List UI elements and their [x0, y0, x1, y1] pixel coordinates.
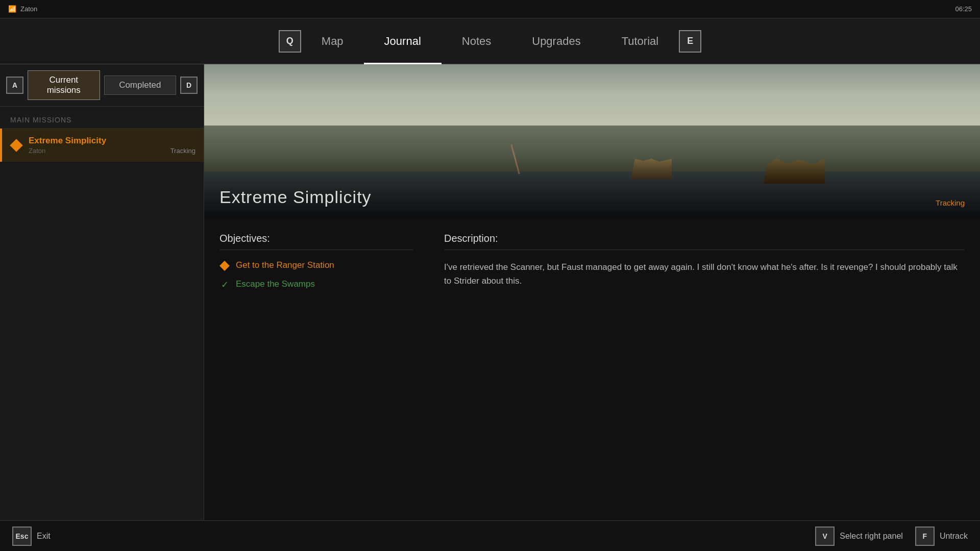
checkmark-icon: ✓ — [221, 279, 229, 290]
objective-done-icon: ✓ — [219, 280, 230, 290]
exit-label: Exit — [37, 532, 51, 541]
banner-tracking-label: Tracking — [936, 198, 965, 207]
untrack-label: Untrack — [940, 532, 968, 541]
description-title: Description: — [444, 233, 965, 250]
sidebar-section-label: Main missions — [0, 107, 204, 129]
mission-icon — [10, 139, 22, 152]
mission-content: Objectives: Get to the Ranger Station ✓ … — [204, 217, 980, 520]
main-layout: A Current missions Completed D Main miss… — [0, 64, 980, 520]
untrack-action[interactable]: F Untrack — [915, 527, 968, 546]
objective-text-1: Get to the Ranger Station — [236, 260, 334, 270]
objective-item-2: ✓ Escape the Swamps — [219, 279, 413, 290]
v-key[interactable]: V — [815, 527, 835, 546]
sidebar-right-key[interactable]: D — [180, 77, 198, 94]
mission-diamond-icon — [10, 139, 22, 152]
nav-item-notes[interactable]: Notes — [442, 18, 511, 64]
mission-item[interactable]: Extreme Simplicity Zaton Tracking — [0, 129, 204, 162]
sidebar-tabs: A Current missions Completed D — [0, 64, 204, 107]
app-name: Zaton — [20, 5, 37, 13]
nav-item-tutorial[interactable]: Tutorial — [601, 18, 679, 64]
system-bar-left: 📶 Zaton — [8, 5, 37, 13]
objective-item-1: Get to the Ranger Station — [219, 260, 413, 271]
banner-mission-title: Extreme Simplicity — [219, 187, 372, 207]
nav-item-journal[interactable]: Journal — [364, 18, 442, 64]
nav-item-upgrades[interactable]: Upgrades — [511, 18, 601, 64]
system-time: 06:25 — [955, 5, 972, 13]
signal-icon: 📶 — [8, 5, 16, 13]
mission-list: Extreme Simplicity Zaton Tracking — [0, 129, 204, 520]
obj-diamond-icon — [219, 261, 230, 271]
sidebar-left-key[interactable]: A — [6, 77, 23, 94]
bottom-right: V Select right panel F Untrack — [815, 527, 968, 546]
exit-action[interactable]: Esc Exit — [12, 527, 51, 546]
description-text: I've retrieved the Scanner, but Faust ma… — [444, 260, 965, 288]
bottom-left: Esc Exit — [12, 527, 51, 546]
tab-current-missions[interactable]: Current missions — [28, 70, 100, 100]
objectives-panel: Objectives: Get to the Ranger Station ✓ … — [219, 233, 413, 505]
nav-item-map[interactable]: Map — [301, 18, 364, 64]
mission-name: Extreme Simplicity — [29, 136, 195, 146]
select-right-panel-action[interactable]: V Select right panel — [815, 527, 903, 546]
mission-tracking-badge: Tracking — [170, 147, 195, 155]
nav-left-key[interactable]: Q — [279, 30, 301, 53]
right-panel: Extreme Simplicity Tracking Objectives: … — [204, 64, 980, 520]
nav-right-key[interactable]: E — [679, 30, 701, 53]
tab-completed[interactable]: Completed — [104, 76, 177, 95]
sidebar: A Current missions Completed D Main miss… — [0, 64, 204, 520]
objective-text-2: Escape the Swamps — [236, 279, 315, 289]
objective-active-icon — [219, 261, 230, 271]
f-key[interactable]: F — [915, 527, 935, 546]
mission-banner: Extreme Simplicity Tracking — [204, 64, 980, 217]
objectives-title: Objectives: — [219, 233, 413, 250]
system-bar: 📶 Zaton 06:25 — [0, 0, 980, 18]
esc-key[interactable]: Esc — [12, 527, 32, 546]
description-panel: Description: I've retrieved the Scanner,… — [444, 233, 965, 505]
select-right-panel-label: Select right panel — [840, 532, 903, 541]
banner-overlay — [204, 156, 980, 217]
bottom-bar: Esc Exit V Select right panel F Untrack — [0, 520, 980, 551]
nav-bar: Q Map Journal Notes Upgrades Tutorial E — [0, 18, 980, 64]
